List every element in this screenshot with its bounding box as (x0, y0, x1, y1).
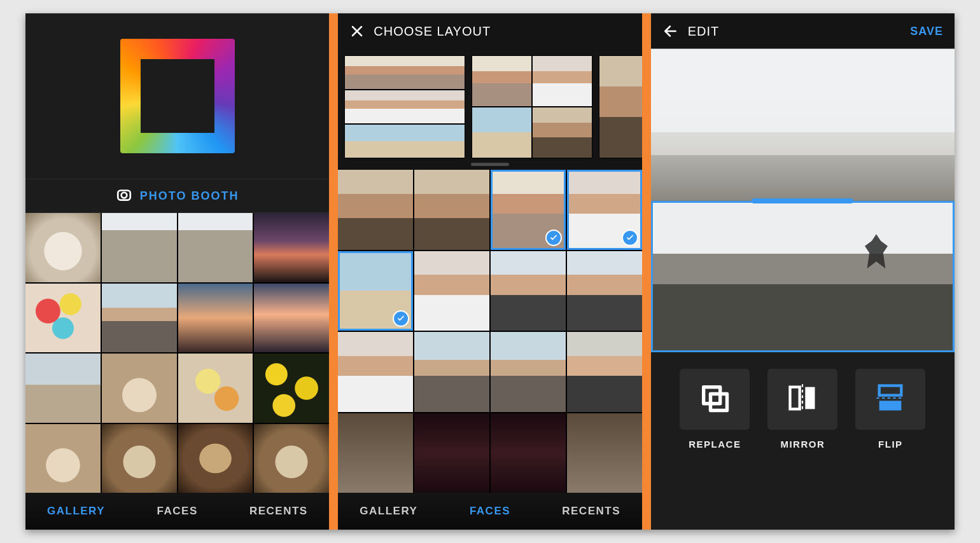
replace-tool[interactable]: REPLACE (680, 369, 750, 450)
svg-rect-9 (879, 401, 902, 411)
faces-grid (338, 170, 641, 493)
header-title: EDIT (688, 24, 911, 39)
three-screen-showcase: PHOTO BOOTH GALLERY FACES RECENTS (25, 13, 955, 530)
mirror-icon (786, 381, 819, 417)
screen-choose-layout: CHOOSE LAYOUT (338, 13, 641, 530)
svg-rect-4 (790, 387, 800, 409)
mirror-tool[interactable]: MIRROR (767, 369, 837, 450)
app-logo-area (25, 13, 329, 179)
face-thumb[interactable] (491, 413, 566, 493)
layout-option-3rows[interactable] (344, 55, 465, 158)
face-thumb[interactable] (338, 170, 413, 250)
flip-icon (874, 381, 907, 417)
flip-tool[interactable]: FLIP (855, 369, 925, 450)
photo-booth-label: PHOTO BOOTH (140, 189, 239, 203)
collage-canvas-area: REPLACE MIRROR FLI (651, 49, 955, 530)
tab-faces[interactable]: FACES (127, 493, 228, 530)
gallery-thumb[interactable] (102, 354, 177, 423)
pane-resize-handle[interactable] (752, 198, 853, 203)
gallery-thumb[interactable] (254, 354, 329, 423)
edit-tools-row: REPLACE MIRROR FLI (651, 352, 955, 457)
photo-booth-button[interactable]: PHOTO BOOTH (25, 179, 329, 213)
face-thumb[interactable] (567, 170, 642, 250)
edit-header: EDIT SAVE (651, 13, 955, 49)
gallery-thumb[interactable] (178, 354, 253, 423)
collage-pane-bottom[interactable] (651, 201, 955, 353)
flip-label: FLIP (878, 439, 903, 450)
gallery-thumb[interactable] (25, 213, 101, 282)
gallery-thumb[interactable] (25, 354, 101, 423)
screen-edit: EDIT SAVE REPLACE (651, 13, 955, 530)
face-thumb[interactable] (414, 251, 489, 331)
gallery-thumb[interactable] (102, 424, 177, 493)
header-title: CHOOSE LAYOUT (374, 24, 630, 39)
tab-gallery[interactable]: GALLERY (338, 493, 439, 530)
layout-app-logo (120, 39, 235, 153)
face-thumb[interactable] (491, 170, 566, 250)
tab-recents[interactable]: RECENTS (541, 493, 642, 530)
gallery-thumb[interactable] (102, 213, 177, 282)
layout-option-2x2[interactable] (472, 55, 592, 158)
replace-label: REPLACE (689, 439, 741, 450)
face-thumb[interactable] (567, 251, 642, 331)
gallery-thumb[interactable] (25, 284, 101, 353)
screen-divider (642, 13, 651, 530)
source-tabs: GALLERY FACES RECENTS (25, 493, 329, 530)
face-thumb[interactable] (414, 170, 489, 250)
screen-divider (329, 13, 338, 530)
collage-pane-top[interactable] (651, 49, 955, 201)
svg-rect-7 (879, 386, 902, 395)
face-thumb[interactable] (338, 332, 413, 412)
gallery-thumb[interactable] (178, 284, 253, 353)
layout-options-strip[interactable] (338, 49, 641, 170)
replace-icon (698, 381, 731, 417)
layout-option-1col[interactable] (599, 55, 641, 158)
svg-point-1 (121, 192, 127, 198)
face-thumb[interactable] (567, 332, 642, 412)
gallery-thumb[interactable] (178, 213, 253, 282)
gallery-grid (25, 213, 329, 493)
mirror-label: MIRROR (780, 439, 825, 450)
svg-rect-6 (806, 387, 815, 409)
screen-home: PHOTO BOOTH GALLERY FACES RECENTS (25, 13, 329, 530)
tab-faces[interactable]: FACES (439, 493, 540, 530)
close-icon[interactable] (349, 24, 365, 39)
face-thumb[interactable] (491, 332, 566, 412)
collage-canvas[interactable] (651, 49, 955, 352)
face-thumb[interactable] (414, 413, 489, 493)
face-thumb[interactable] (414, 332, 489, 412)
save-button[interactable]: SAVE (910, 25, 943, 38)
face-thumb[interactable] (338, 413, 413, 493)
gallery-thumb[interactable] (25, 424, 101, 493)
camera-icon (116, 186, 132, 206)
gallery-thumb[interactable] (178, 424, 253, 493)
selected-check-icon (393, 310, 409, 327)
selected-check-icon (545, 230, 562, 246)
source-tabs: GALLERY FACES RECENTS (338, 493, 641, 530)
face-thumb[interactable] (567, 413, 642, 493)
gallery-thumb[interactable] (254, 213, 329, 282)
face-thumb[interactable] (338, 251, 413, 331)
tab-recents[interactable]: RECENTS (228, 493, 329, 530)
gallery-thumb[interactable] (254, 424, 329, 493)
back-arrow-icon[interactable] (662, 23, 679, 39)
gallery-thumb[interactable] (254, 284, 329, 353)
face-thumb[interactable] (491, 251, 566, 331)
choose-layout-header: CHOOSE LAYOUT (338, 13, 641, 49)
selected-check-icon (622, 230, 638, 246)
tab-gallery[interactable]: GALLERY (25, 493, 127, 530)
gallery-thumb[interactable] (102, 284, 177, 353)
